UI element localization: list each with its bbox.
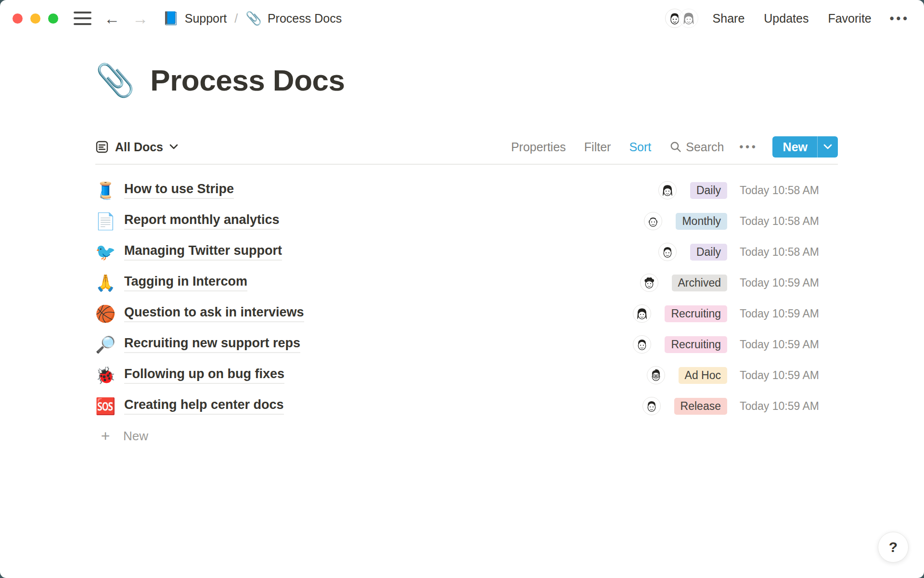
search-label: Search: [686, 140, 724, 154]
add-new-doc-label: New: [123, 429, 148, 444]
page-content: 📎 Process Docs All Docs Properties Filte…: [95, 59, 838, 450]
page-paperclip-icon[interactable]: 📎: [95, 64, 135, 96]
table-row[interactable]: 🏀 Question to ask in interviews Recruiti…: [95, 298, 838, 329]
tag-badge[interactable]: Daily: [690, 182, 727, 199]
person-avatar[interactable]: [640, 274, 658, 292]
more-options-icon[interactable]: •••: [890, 12, 910, 26]
doc-cell[interactable]: 🙏 Tagging in Intercom: [95, 274, 554, 291]
last-edited-time: Today 10:59 AM: [740, 338, 838, 351]
doc-title[interactable]: Recruiting new support reps: [124, 336, 300, 353]
table-row[interactable]: 📄 Report monthly analytics Monthly Today…: [95, 206, 838, 236]
view-more-icon[interactable]: •••: [739, 141, 757, 153]
tag-badge[interactable]: Monthly: [676, 213, 727, 230]
last-edited-time: Today 10:59 AM: [740, 276, 838, 289]
breadcrumb: 📘 Support / 📎 Process Docs: [163, 11, 342, 26]
tag-badge[interactable]: Release: [674, 398, 727, 415]
doc-cell[interactable]: 🔎 Recruiting new support reps: [95, 336, 554, 353]
zoom-button[interactable]: [48, 13, 58, 24]
view-toolbar: All Docs Properties Filter Sort Search •…: [95, 130, 838, 165]
add-new-doc-row[interactable]: + New: [95, 421, 838, 450]
back-arrow-icon[interactable]: ←: [104, 11, 120, 26]
search-icon: [669, 141, 682, 153]
filter-button[interactable]: Filter: [584, 140, 611, 154]
doc-title[interactable]: Managing Twitter support: [124, 243, 282, 261]
doc-title[interactable]: Following up on bug fixes: [124, 367, 284, 384]
properties-button[interactable]: Properties: [511, 140, 566, 154]
new-doc-dropdown[interactable]: [817, 136, 838, 158]
tag-badge[interactable]: Recruiting: [665, 305, 727, 322]
tag-badge[interactable]: Ad Hoc: [679, 367, 727, 384]
doc-emoji-icon: 🐞: [95, 367, 116, 383]
person-and-tag-cell: Ad Hoc: [554, 366, 727, 384]
top-bar: ← → 📘 Support / 📎 Process Docs Share Upd…: [0, 0, 924, 37]
person-and-tag-cell: Daily: [554, 181, 727, 199]
person-avatar[interactable]: [633, 304, 651, 323]
updates-button[interactable]: Updates: [764, 12, 808, 26]
doc-cell[interactable]: 🧵 How to use Stripe: [95, 182, 554, 199]
doc-title[interactable]: Tagging in Intercom: [124, 274, 247, 291]
person-avatar[interactable]: [658, 243, 677, 261]
person-and-tag-cell: Archived: [554, 274, 727, 292]
new-doc-split-button[interactable]: New: [772, 136, 838, 158]
new-doc-button[interactable]: New: [772, 136, 817, 158]
tag-badge[interactable]: Archived: [672, 275, 727, 291]
person-and-tag-cell: Monthly: [554, 212, 727, 230]
doc-title[interactable]: Creating help center docs: [124, 397, 284, 415]
forward-arrow-icon[interactable]: →: [132, 11, 148, 26]
person-avatar[interactable]: [644, 212, 662, 230]
sidebar-menu-icon[interactable]: [74, 12, 91, 25]
current-view-label: All Docs: [115, 140, 163, 154]
table-row[interactable]: 🆘 Creating help center docs Release Toda…: [95, 391, 838, 421]
breadcrumb-page[interactable]: Process Docs: [268, 12, 342, 26]
close-button[interactable]: [13, 13, 23, 24]
favorite-button[interactable]: Favorite: [828, 12, 871, 26]
last-edited-time: Today 10:58 AM: [740, 215, 838, 228]
last-edited-time: Today 10:59 AM: [740, 307, 838, 320]
table-row[interactable]: 🔎 Recruiting new support reps Recruiting…: [95, 329, 838, 360]
last-edited-time: Today 10:59 AM: [740, 369, 838, 382]
breadcrumb-workspace[interactable]: Support: [185, 12, 227, 26]
doc-cell[interactable]: 🐞 Following up on bug fixes: [95, 367, 554, 384]
person-avatar[interactable]: [658, 181, 677, 199]
doc-cell[interactable]: 🆘 Creating help center docs: [95, 397, 554, 415]
app-window: ← → 📘 Support / 📎 Process Docs Share Upd…: [0, 0, 924, 578]
chevron-down-icon: [823, 144, 832, 150]
avatar-woman: [679, 9, 698, 28]
tag-badge[interactable]: Recruiting: [665, 336, 727, 353]
table-row[interactable]: 🙏 Tagging in Intercom Archived Today 10:…: [95, 267, 838, 298]
doc-cell[interactable]: 🐦 Managing Twitter support: [95, 243, 554, 261]
person-avatar[interactable]: [633, 335, 651, 354]
page-title[interactable]: Process Docs: [150, 63, 345, 97]
share-button[interactable]: Share: [713, 12, 745, 26]
doc-emoji-icon: 🏀: [95, 305, 116, 322]
table-row[interactable]: 🧵 How to use Stripe Daily Today 10:58 AM: [95, 175, 838, 206]
person-and-tag-cell: Daily: [554, 243, 727, 261]
paperclip-icon: 📎: [245, 11, 262, 26]
doc-cell[interactable]: 📄 Report monthly analytics: [95, 212, 554, 230]
window-controls: [13, 13, 58, 24]
person-and-tag-cell: Release: [554, 397, 727, 415]
doc-cell[interactable]: 🏀 Question to ask in interviews: [95, 305, 554, 322]
collaborator-avatars[interactable]: [665, 9, 698, 28]
person-and-tag-cell: Recruiting: [554, 335, 727, 354]
table-row[interactable]: 🐞 Following up on bug fixes Ad Hoc Today…: [95, 360, 838, 391]
doc-title[interactable]: How to use Stripe: [124, 182, 234, 199]
chevron-down-icon: [169, 144, 178, 150]
sort-button[interactable]: Sort: [629, 140, 651, 154]
doc-title[interactable]: Report monthly analytics: [124, 212, 280, 230]
doc-emoji-icon: 🆘: [95, 398, 116, 414]
breadcrumb-separator: /: [234, 12, 238, 26]
help-button[interactable]: ?: [878, 532, 909, 563]
search-button[interactable]: Search: [669, 140, 724, 154]
docs-table: 🧵 How to use Stripe Daily Today 10:58 AM…: [95, 175, 838, 450]
last-edited-time: Today 10:58 AM: [740, 184, 838, 197]
person-avatar[interactable]: [647, 366, 665, 384]
last-edited-time: Today 10:58 AM: [740, 246, 838, 259]
view-switcher[interactable]: All Docs: [95, 140, 178, 154]
tag-badge[interactable]: Daily: [690, 244, 727, 261]
doc-title[interactable]: Question to ask in interviews: [124, 305, 304, 322]
table-row[interactable]: 🐦 Managing Twitter support Daily Today 1…: [95, 236, 838, 267]
person-avatar[interactable]: [642, 397, 661, 415]
page-header: 📎 Process Docs: [95, 59, 838, 101]
minimize-button[interactable]: [30, 13, 40, 24]
